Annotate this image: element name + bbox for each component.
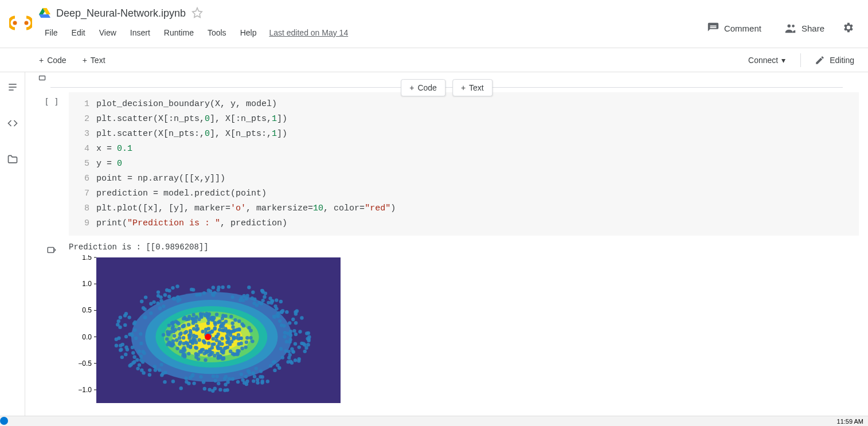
share-icon: [784, 22, 797, 34]
line-number: 4: [76, 142, 89, 157]
execution-indicator[interactable]: [ ]: [44, 97, 58, 236]
line-number: 9: [76, 216, 89, 231]
notebook-content[interactable]: + Code + Text [ ] 1plot_decision_boundar…: [25, 72, 868, 426]
code-text[interactable]: y = 0: [96, 157, 122, 171]
code-line[interactable]: 8plt.plot([x], [y], marker='o', markersi…: [76, 201, 852, 216]
svg-point-71: [237, 342, 240, 346]
code-text[interactable]: plot_decision_boundary(X, y, model): [96, 97, 277, 112]
menu-insert[interactable]: Insert: [124, 26, 156, 40]
floating-add-code-button[interactable]: + Code: [401, 79, 445, 96]
svg-point-477: [128, 364, 131, 368]
svg-point-186: [230, 340, 233, 343]
share-button[interactable]: Share: [779, 18, 830, 38]
add-text-button[interactable]: + Text: [78, 53, 110, 67]
code-line[interactable]: 7prediction = model.predict(point): [76, 186, 852, 201]
cell-gutter[interactable]: [ ]: [34, 92, 69, 236]
svg-point-124: [182, 346, 186, 350]
floating-add-text-button[interactable]: + Text: [452, 79, 492, 96]
svg-text:1.0: 1.0: [82, 280, 92, 288]
svg-point-432: [247, 370, 251, 373]
svg-point-248: [249, 329, 252, 332]
svg-point-216: [220, 350, 224, 353]
code-text[interactable]: plt.scatter(X[:n_pts,0], X[:n_pts,1]): [96, 112, 287, 127]
editing-button[interactable]: Editing: [810, 53, 859, 68]
connect-label: Connect: [748, 56, 778, 65]
svg-point-193: [197, 357, 200, 361]
svg-point-252: [245, 336, 249, 339]
svg-point-458: [298, 345, 301, 349]
svg-point-168: [191, 313, 195, 316]
code-text[interactable]: point = np.array([[x,y]]): [96, 171, 225, 186]
svg-point-166: [217, 346, 221, 350]
gear-icon[interactable]: [842, 21, 854, 36]
code-text[interactable]: plt.plot([x], [y], marker='o', markersiz…: [96, 201, 396, 216]
code-snippets-icon[interactable]: [2, 113, 23, 135]
svg-point-144: [162, 333, 165, 337]
svg-point-158: [178, 333, 182, 336]
code-line[interactable]: 2plt.scatter(X[:n_pts,0], X[:n_pts,1]): [76, 112, 852, 127]
svg-point-95: [165, 337, 169, 341]
svg-point-79: [187, 336, 191, 339]
taskbar-app-icon[interactable]: [0, 417, 8, 425]
svg-point-384: [285, 340, 288, 343]
connect-button[interactable]: Connect ▾: [742, 53, 791, 67]
code-text[interactable]: x = 0.1: [96, 142, 132, 157]
svg-point-221: [182, 317, 185, 321]
code-line[interactable]: 3plt.scatter(X[n_pts:,0], X[n_pts:,1]): [76, 127, 852, 142]
plus-icon: +: [409, 83, 414, 92]
svg-point-346: [297, 359, 300, 362]
comment-button[interactable]: Comment: [701, 18, 767, 38]
svg-text:0.5: 0.5: [82, 306, 92, 314]
svg-point-438: [273, 360, 276, 364]
editing-label: Editing: [830, 56, 854, 65]
document-title[interactable]: Deep_Neural-Network.ipynb: [56, 7, 186, 19]
svg-point-512: [119, 316, 122, 319]
svg-point-492: [244, 375, 248, 378]
svg-point-142: [233, 329, 237, 332]
svg-point-181: [210, 330, 214, 333]
svg-point-411: [240, 373, 243, 376]
code-text[interactable]: prediction = model.predict(point): [96, 186, 267, 201]
menu-edit[interactable]: Edit: [66, 26, 91, 40]
files-icon[interactable]: [2, 149, 23, 171]
svg-point-483: [149, 302, 153, 306]
plot-svg: 1.51.00.50.0−0.5−1.0: [69, 255, 344, 407]
menu-tools[interactable]: Tools: [202, 26, 232, 40]
last-edited-link[interactable]: Last edited on May 14: [269, 28, 348, 37]
svg-point-212: [186, 344, 190, 347]
header: Deep_Neural-Network.ipynb File Edit View…: [0, 0, 868, 48]
svg-point-345: [221, 286, 224, 289]
svg-point-239: [171, 342, 175, 346]
output-icon[interactable]: [46, 245, 57, 407]
svg-point-454: [307, 339, 310, 342]
svg-point-456: [126, 348, 129, 351]
code-text[interactable]: plt.scatter(X[n_pts:,0], X[n_pts:,1]): [96, 127, 287, 142]
menu-runtime[interactable]: Runtime: [158, 26, 200, 40]
svg-text:−1.0: −1.0: [78, 386, 92, 394]
cell-output-icon-cutoff: [38, 73, 48, 83]
code-line[interactable]: 4x = 0.1: [76, 142, 852, 157]
code-line[interactable]: 1plot_decision_boundary(X, y, model): [76, 97, 852, 112]
code-editor[interactable]: 1plot_decision_boundary(X, y, model)2plt…: [69, 92, 859, 236]
toc-icon[interactable]: [2, 77, 23, 99]
code-line[interactable]: 5y = 0: [76, 157, 852, 171]
svg-point-408: [119, 347, 123, 351]
code-text[interactable]: print("Prediction is : ", prediction): [96, 216, 287, 231]
menu-help[interactable]: Help: [234, 26, 263, 40]
svg-point-510: [123, 323, 127, 327]
svg-point-2: [787, 25, 791, 28]
svg-point-213: [200, 315, 203, 319]
code-cell[interactable]: [ ] 1plot_decision_boundary(X, y, model)…: [34, 92, 859, 236]
main: + Code + Text [ ] 1plot_decision_boundar…: [0, 72, 868, 426]
code-line[interactable]: 6point = np.array([[x,y]]): [76, 171, 852, 186]
menu-file[interactable]: File: [39, 26, 64, 40]
svg-point-179: [218, 341, 221, 344]
svg-point-243: [201, 330, 204, 333]
menu-view[interactable]: View: [93, 26, 122, 40]
add-code-button[interactable]: + Code: [34, 53, 71, 67]
svg-point-499: [300, 316, 303, 319]
svg-point-334: [159, 363, 163, 366]
star-icon[interactable]: [191, 7, 203, 20]
svg-point-249: [178, 341, 182, 344]
code-line[interactable]: 9print("Prediction is : ", prediction): [76, 216, 852, 231]
